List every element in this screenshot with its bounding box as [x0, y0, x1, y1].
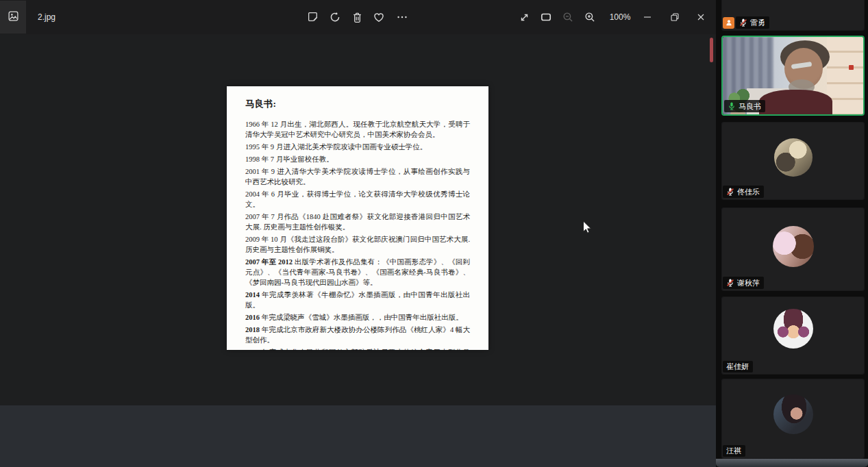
participant-name: 汪祺	[726, 446, 741, 455]
more-options-button[interactable]	[394, 9, 410, 25]
mic-active-icon	[727, 101, 736, 111]
zoom-in-icon	[584, 11, 596, 23]
screen: 2.jpg	[0, 0, 868, 467]
document-paragraph: 2018 年完成中华人民共和国外交部驻爱沙尼亚大使馆会客厅大型作品《家在南国》。	[245, 347, 470, 350]
participant-name: 谢秋萍	[737, 279, 760, 288]
document-paragraph: 2016 年完成梁晓声《雪城》水墨插画版，，由中国青年出版社出版。	[245, 312, 470, 323]
zoom-out-icon	[562, 11, 574, 23]
edit-image-icon	[307, 11, 319, 23]
document-paragraph: 1966 年 12 月出生，湖北郧西人。现任教于北京航空航天大学，受聘于清华大学…	[245, 119, 470, 140]
avatar	[773, 394, 813, 434]
mic-muted-icon	[726, 187, 735, 197]
minimize-button[interactable]	[632, 0, 662, 34]
rotate-button[interactable]	[327, 9, 343, 25]
document-paragraph: 1998 年 7 月毕业留校任教。	[245, 154, 470, 164]
participant-tile-xieqiuping[interactable]: 谢秋萍	[721, 207, 865, 291]
panel-bottom-edge	[716, 459, 868, 467]
mic-muted-icon	[739, 18, 748, 27]
favorite-heart-icon	[373, 11, 385, 23]
document-title: 马良书:	[245, 98, 470, 110]
delete-button[interactable]	[349, 9, 365, 25]
zoom-in-button[interactable]	[582, 9, 598, 25]
participant-tile-tongjiale[interactable]: 佟佳乐	[721, 122, 865, 200]
document-paragraph: 2018 年完成北京市政府新大楼政协办公楼陈列作品《桃红人家》4 幅大型创作。	[245, 325, 470, 345]
document-paragraph: 2014 年完成季羡林著《牛棚杂忆》水墨插画版，由中国青年出版社出版。	[245, 290, 470, 310]
participant-name: 佟佳乐	[737, 188, 760, 197]
photo-document: 马良书: 1966 年 12 月出生，湖北郧西人。现任教于北京航空航天大学，受聘…	[227, 86, 488, 350]
participant-name: 崔佳妍	[726, 362, 749, 371]
rotate-icon	[329, 11, 341, 23]
avatar	[773, 309, 813, 349]
see-all-photos-button[interactable]	[0, 1, 26, 34]
delete-icon	[351, 12, 363, 23]
minimize-icon	[643, 12, 652, 22]
participant-name: 马良书	[739, 102, 761, 111]
scroll-indicator[interactable]	[710, 38, 713, 62]
document-paragraph: 2007 年至 2012 出版学术著作及作品集有：《中国画形态学》、《回到元点》…	[245, 257, 470, 288]
more-ellipsis-icon	[396, 11, 408, 23]
document-paragraph: 2009 年 10 月《我走过这段台阶》获文化部庆祝澳门回归中国艺术大展. 历史…	[245, 234, 470, 255]
restore-icon	[670, 12, 680, 22]
document-paragraph: 2007 年 7 月作品《1840 赴国难者祭》获文化部迎接香港回归中国艺术大展…	[245, 212, 470, 232]
edit-image-button[interactable]	[305, 9, 321, 25]
photo-viewer-window: 2.jpg	[0, 0, 716, 405]
participant-name: 雷勇	[750, 18, 765, 27]
actual-size-button[interactable]	[516, 9, 532, 25]
zoom-level: 100%	[606, 0, 634, 34]
close-icon	[696, 12, 706, 22]
host-badge-icon	[723, 17, 734, 29]
viewer-titlebar: 2.jpg	[0, 0, 716, 34]
mic-muted-icon	[726, 278, 735, 288]
background-window	[0, 405, 716, 467]
participant-tile-maliangshu[interactable]: 马良书	[721, 36, 865, 116]
participant-tile-cuijiayan[interactable]: 崔佳妍	[721, 296, 865, 375]
favorite-button[interactable]	[371, 9, 387, 25]
participant-tile-wangqi[interactable]: 汪祺	[721, 379, 865, 459]
file-title: 2.jpg	[38, 0, 55, 34]
meeting-participants-panel: 雷勇	[716, 0, 868, 467]
document-paragraph: 2001 年 9 进入清华大学美术学院攻读博士学位，从事绘画创作实践与中西艺术比…	[245, 166, 470, 187]
fit-window-icon	[540, 11, 552, 23]
avatar	[774, 138, 813, 177]
participant-tile-leiyong[interactable]: 雷勇	[721, 0, 865, 31]
zoom-out-button[interactable]	[560, 9, 576, 25]
document-paragraph: 1995 年 9 月进入湖北美术学院攻读中国画专业硕士学位。	[245, 142, 470, 152]
image-canvas[interactable]: 马良书: 1966 年 12 月出生，湖北郧西人。现任教于北京航空航天大学，受聘…	[0, 34, 716, 405]
close-button[interactable]	[686, 0, 716, 34]
fit-to-window-button[interactable]	[538, 9, 554, 25]
gallery-icon	[8, 10, 19, 25]
diagonal-arrows-icon	[519, 12, 530, 23]
document-paragraph: 2004 年 6 月毕业，获得博士学位，论文获得清华大学校级优秀博士论文。	[245, 189, 470, 210]
avatar	[773, 226, 814, 267]
